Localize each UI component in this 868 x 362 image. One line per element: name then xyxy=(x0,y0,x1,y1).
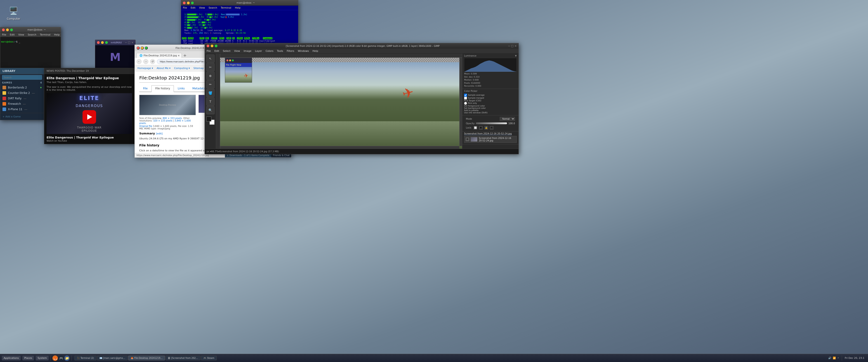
gimp-pick-only[interactable]: Pick only xyxy=(464,102,517,105)
gimp-max-btn[interactable] xyxy=(215,45,217,47)
gimp-pick-target[interactable]: Pick Target (CSS) xyxy=(464,100,517,102)
fx-forward-btn[interactable]: → xyxy=(143,59,148,64)
steam-game-firewatch[interactable]: Firewatch — xyxy=(0,101,44,107)
gimp-tool-zoom[interactable]: 🔍 xyxy=(206,106,215,114)
gimp-menu-filters[interactable]: Filters xyxy=(287,50,294,53)
gimp-scrollbar-v[interactable] xyxy=(459,58,462,146)
terminal-min-btn[interactable] xyxy=(6,28,9,31)
computer-icon[interactable]: 🖥️ Computer xyxy=(2,4,25,21)
gimp-lock-position[interactable]: ✱ xyxy=(479,126,483,130)
fx-tab-filehistory[interactable]: File history xyxy=(151,85,174,92)
gimp-min-btn[interactable] xyxy=(211,45,213,47)
htop-menu-search[interactable]: Search xyxy=(209,6,217,9)
gimp-menu-file[interactable]: File xyxy=(207,50,211,53)
htop-menu-edit[interactable]: Edit xyxy=(191,6,195,9)
taskbar-task-screenshot[interactable]: 🖼 [Screenshot from 202… xyxy=(165,356,200,360)
gimp-menu-layer[interactable]: Layer xyxy=(255,50,262,53)
xplane-mini-close[interactable] xyxy=(226,59,228,61)
fx-min-btn[interactable] xyxy=(141,46,144,50)
taskbar-steam-icon[interactable]: 🎮 xyxy=(58,356,64,361)
gimp-canvas[interactable]: ✈ xyxy=(216,54,462,149)
gimp-lock-visibility[interactable]: 👁 xyxy=(490,126,493,130)
gimp-layer-item[interactable]: 👁 Screenshot from 2024-12-16 20-52-24.jp… xyxy=(464,136,517,143)
gimp-sample-merged[interactable]: Sample merged xyxy=(464,96,517,100)
gimp-menu-edit[interactable]: Edit xyxy=(214,50,219,53)
taskbar-files-icon[interactable]: 📁 xyxy=(64,356,70,361)
gimp-layer-visibility[interactable]: 👁 xyxy=(466,138,469,141)
steam-search-input[interactable] xyxy=(2,75,42,80)
htop-menu-file[interactable]: File xyxy=(183,6,187,9)
fx-tab-desktop[interactable]: 🌐 File:Desktop 20241219.jpg × xyxy=(136,53,182,58)
gimp-window-controls[interactable]: − □ × xyxy=(508,44,517,48)
taskbar-task-file[interactable]: 🦊 File:Desktop 20241219… xyxy=(128,356,165,360)
htop-menu-view[interactable]: View xyxy=(199,6,205,9)
gimp-sample-merged-check[interactable] xyxy=(464,96,467,100)
fx-edit-link[interactable]: [edit] xyxy=(156,132,163,135)
fx-tab-links[interactable]: Links xyxy=(174,85,188,92)
gimp-layers-tab[interactable]: Screenshot from 2024-12-16 20-52-24.jpg xyxy=(464,132,512,135)
htop-min-btn[interactable] xyxy=(187,2,190,4)
fx-tab-file[interactable]: File xyxy=(139,85,151,92)
taskbar-applications-btn[interactable]: Applications xyxy=(2,356,21,360)
fx-close-btn[interactable] xyxy=(136,46,140,50)
gimp-sample-avg-check[interactable] xyxy=(464,94,467,96)
steam-game-dirt-rally[interactable]: DiRT Rally — xyxy=(0,96,44,101)
fx-toolbar-computing[interactable]: Computing ▾ xyxy=(174,67,190,70)
gimp-tool-fill[interactable]: 🪣 xyxy=(206,89,215,97)
gimp-histogram-menu[interactable]: ▼ xyxy=(515,55,517,57)
gimp-menu-view[interactable]: View xyxy=(234,50,240,53)
taskbar-task-email[interactable]: 📧 [marc.saric@gmx… xyxy=(97,356,128,360)
gimp-add-palette[interactable]: Add to palette xyxy=(464,109,517,112)
htop-menu-terminal[interactable]: Terminal xyxy=(221,6,231,9)
htop-menu-help[interactable]: Help xyxy=(235,6,241,9)
m4dmax-min-btn[interactable] xyxy=(101,41,104,44)
fx-toolbar-homepage[interactable]: Homepage ▾ xyxy=(137,67,153,70)
xplane-mini-max[interactable] xyxy=(232,59,234,61)
gimp-menu-image[interactable]: Image xyxy=(244,50,251,53)
gimp-lock-alpha[interactable]: ⬜ xyxy=(473,126,477,130)
menu-edit[interactable]: Edit xyxy=(10,33,14,36)
htop-close-btn[interactable] xyxy=(183,2,186,4)
taskbar-clock[interactable]: Fri Dec 20, 23:1 xyxy=(845,357,864,360)
gimp-tool-transform[interactable]: ⊕ xyxy=(206,72,215,80)
fx-back-btn[interactable]: ← xyxy=(136,59,142,64)
terminal-content-small[interactable]: marc@xbox:~$ _ xyxy=(0,37,61,69)
gimp-set-fg[interactable]: Set foreground color xyxy=(464,105,517,107)
xplane-mini-min[interactable] xyxy=(229,59,231,61)
fx-toolbar-sitemap[interactable]: Sitemap ▾ xyxy=(193,67,206,70)
gimp-tool-crop[interactable]: ✂ xyxy=(206,63,215,71)
gimp-menu-windows[interactable]: Windows xyxy=(298,50,309,53)
steam-add-game-btn[interactable]: + Add a Game xyxy=(2,115,21,118)
steam-game-borderlands2[interactable]: Borderlands 2 xyxy=(0,85,44,90)
gimp-set-bg[interactable]: Set background color xyxy=(464,107,517,109)
m4dmax-close-btn[interactable] xyxy=(97,41,100,44)
m4dmax-max-btn[interactable] xyxy=(105,41,108,44)
fx-max-btn[interactable] xyxy=(145,46,148,50)
terminal-max-btn[interactable] xyxy=(10,28,13,31)
taskbar-firefox-icon[interactable]: 🦊 xyxy=(53,356,58,361)
fx-preview-thumbnail[interactable]: Desktop Preview xyxy=(139,95,196,115)
play-button[interactable] xyxy=(83,110,96,124)
taskbar-places-btn[interactable]: Places xyxy=(22,356,34,360)
fx-preview-link-320[interactable]: 320 × 133 pixels xyxy=(153,119,172,122)
menu-view[interactable]: View xyxy=(18,33,24,36)
news-video-thumbnail[interactable]: ELITE DANGEROUS THARGOID WAREPILOGUE xyxy=(46,93,132,134)
taskbar-power-icon[interactable]: ⚡ xyxy=(837,357,839,360)
menu-terminal[interactable]: Terminal xyxy=(40,33,51,36)
taskbar-task-steam[interactable]: 🎮 Steam xyxy=(201,356,217,360)
taskbar-task-terminal[interactable]: ⬛ Terminal (2) xyxy=(74,356,96,360)
xplane-mini-menu-item[interactable]: File Flight View xyxy=(226,64,241,66)
gimp-tool-select[interactable]: ↖ xyxy=(206,55,215,63)
menu-help[interactable]: Help xyxy=(54,33,60,36)
taskbar-volume-icon[interactable]: 🔊 xyxy=(828,357,831,360)
fx-toolbar-about[interactable]: About Me ▾ xyxy=(157,67,170,70)
menu-search[interactable]: Search xyxy=(28,33,36,36)
taskbar-system-btn[interactable]: System xyxy=(36,356,49,360)
gimp-scrollbar-h[interactable] xyxy=(220,146,459,149)
taskbar-network-icon[interactable]: 📶 xyxy=(833,357,836,360)
gimp-close-btn[interactable] xyxy=(207,45,209,47)
gimp-lock-all[interactable]: 🔒 xyxy=(485,126,488,130)
gimp-menu-colors[interactable]: Colors xyxy=(266,50,273,53)
gimp-mode-select[interactable]: Normal xyxy=(500,117,515,121)
gimp-tool-paint[interactable]: ✏ xyxy=(206,80,215,88)
